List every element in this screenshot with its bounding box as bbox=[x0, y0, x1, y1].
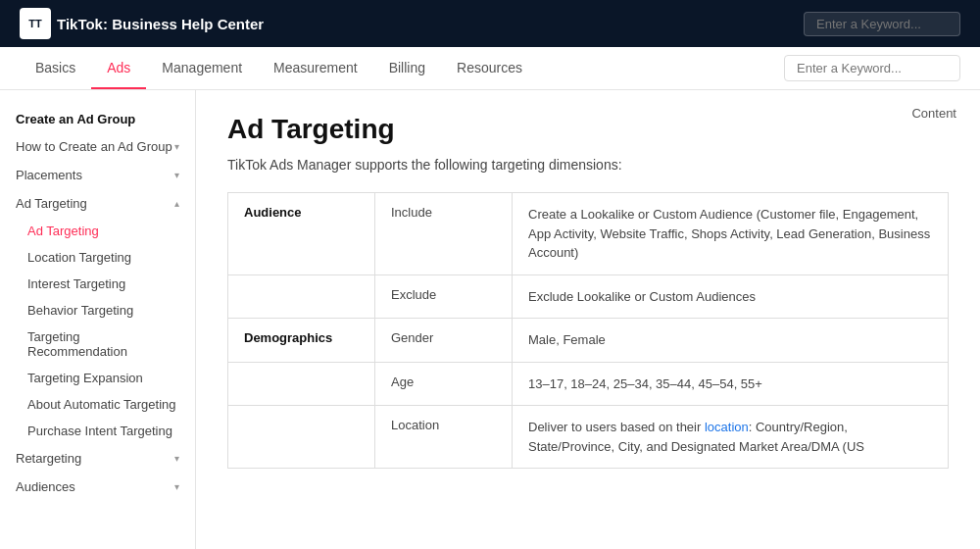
sidebar-sub-item-purchase-intent[interactable]: Purchase Intent Targeting bbox=[0, 418, 195, 444]
tab-management[interactable]: Management bbox=[146, 47, 258, 89]
table-cell-description: Exclude Lookalike or Custom Audiences bbox=[513, 274, 949, 319]
tab-ads[interactable]: Ads bbox=[91, 47, 146, 89]
sidebar-sub-item-behavior-targeting[interactable]: Behavior Targeting bbox=[0, 297, 195, 324]
location-link[interactable]: location bbox=[705, 420, 749, 434]
targeting-table: Audience Include Create a Lookalike or C… bbox=[227, 192, 949, 469]
sidebar-item-retargeting[interactable]: Retargeting ▾ bbox=[0, 444, 195, 473]
table-cell-type: Exclude bbox=[375, 274, 513, 319]
sidebar-sub-item-ad-targeting[interactable]: Ad Targeting bbox=[0, 218, 195, 244]
table-cell-category bbox=[228, 406, 375, 469]
table-cell-category bbox=[228, 274, 375, 319]
table-cell-type: Location bbox=[375, 406, 513, 469]
table-cell-category: Demographics bbox=[228, 319, 375, 363]
table-row: Age 13–17, 18–24, 25–34, 35–44, 45–54, 5… bbox=[228, 362, 949, 406]
table-cell-type: Include bbox=[375, 193, 513, 275]
tab-resources[interactable]: Resources bbox=[441, 47, 538, 89]
sidebar-item-how-to-create[interactable]: How to Create an Ad Group ▾ bbox=[0, 132, 195, 161]
logo-subtitle: : Business Help Center bbox=[103, 16, 264, 32]
tiktok-icon: TT bbox=[20, 8, 51, 39]
table-cell-category bbox=[228, 362, 375, 406]
content-label: Content bbox=[911, 106, 956, 121]
table-cell-category: Audience bbox=[228, 193, 375, 275]
chevron-up-icon: ▴ bbox=[174, 198, 179, 209]
chevron-down-icon: ▾ bbox=[174, 453, 179, 464]
site-logo: TT TikTok: Business Help Center bbox=[20, 8, 264, 39]
sidebar-item-label: Ad Targeting bbox=[16, 196, 87, 211]
sidebar-sub-item-targeting-expansion[interactable]: Targeting Expansion bbox=[0, 365, 195, 391]
sidebar-item-label: Audiences bbox=[16, 479, 75, 494]
chevron-down-icon: ▾ bbox=[174, 141, 179, 152]
page-intro: TikTok Ads Manager supports the followin… bbox=[227, 157, 949, 173]
chevron-down-icon: ▾ bbox=[174, 481, 179, 492]
sidebar-item-label: How to Create an Ad Group bbox=[16, 139, 172, 154]
sidebar-sub-item-targeting-recommendation[interactable]: Targeting Recommendation bbox=[0, 324, 195, 365]
sub-nav: Basics Ads Management Measurement Billin… bbox=[0, 47, 980, 90]
sidebar-item-label: Placements bbox=[16, 168, 82, 182]
main-layout: Create an Ad Group How to Create an Ad G… bbox=[0, 90, 980, 549]
sidebar-item-label: Retargeting bbox=[16, 451, 81, 466]
chevron-down-icon: ▾ bbox=[174, 170, 179, 180]
sidebar-item-ad-targeting[interactable]: Ad Targeting ▴ bbox=[0, 189, 195, 218]
sub-nav-tabs: Basics Ads Management Measurement Billin… bbox=[20, 47, 538, 89]
logo-text: TikTok: Business Help Center bbox=[57, 16, 264, 32]
tab-billing[interactable]: Billing bbox=[373, 47, 441, 89]
sidebar-top-section: Create an Ad Group bbox=[0, 106, 195, 132]
sidebar-item-audiences[interactable]: Audiences ▾ bbox=[0, 473, 195, 501]
sidebar-sub-item-interest-targeting[interactable]: Interest Targeting bbox=[0, 271, 195, 297]
sidebar-sub-item-location-targeting[interactable]: Location Targeting bbox=[0, 244, 195, 271]
table-cell-description: Create a Lookalike or Custom Audience (C… bbox=[513, 193, 949, 275]
sub-search-input[interactable] bbox=[784, 55, 960, 81]
table-cell-description: 13–17, 18–24, 25–34, 35–44, 45–54, 55+ bbox=[513, 362, 949, 406]
sub-nav-search bbox=[784, 55, 960, 81]
sidebar-sub-item-about-automatic[interactable]: About Automatic Targeting bbox=[0, 391, 195, 418]
table-row: Exclude Exclude Lookalike or Custom Audi… bbox=[228, 274, 949, 319]
table-cell-type: Age bbox=[375, 362, 513, 406]
tab-basics[interactable]: Basics bbox=[20, 47, 91, 89]
table-cell-description: Male, Female bbox=[513, 319, 949, 363]
page-title: Ad Targeting bbox=[227, 114, 949, 145]
top-nav: TT TikTok: Business Help Center bbox=[0, 0, 980, 47]
sidebar: Create an Ad Group How to Create an Ad G… bbox=[0, 90, 196, 549]
table-row: Audience Include Create a Lookalike or C… bbox=[228, 193, 949, 275]
table-row: Demographics Gender Male, Female bbox=[228, 319, 949, 363]
main-content: Content Ad Targeting TikTok Ads Manager … bbox=[196, 90, 980, 549]
logo-brand: TikTok bbox=[57, 16, 103, 32]
tab-measurement[interactable]: Measurement bbox=[258, 47, 373, 89]
table-row: Location Deliver to users based on their… bbox=[228, 406, 949, 469]
top-search-input[interactable] bbox=[804, 12, 960, 36]
table-cell-type: Gender bbox=[375, 319, 513, 363]
table-cell-description: Deliver to users based on their location… bbox=[513, 406, 949, 469]
sidebar-item-placements[interactable]: Placements ▾ bbox=[0, 161, 195, 189]
